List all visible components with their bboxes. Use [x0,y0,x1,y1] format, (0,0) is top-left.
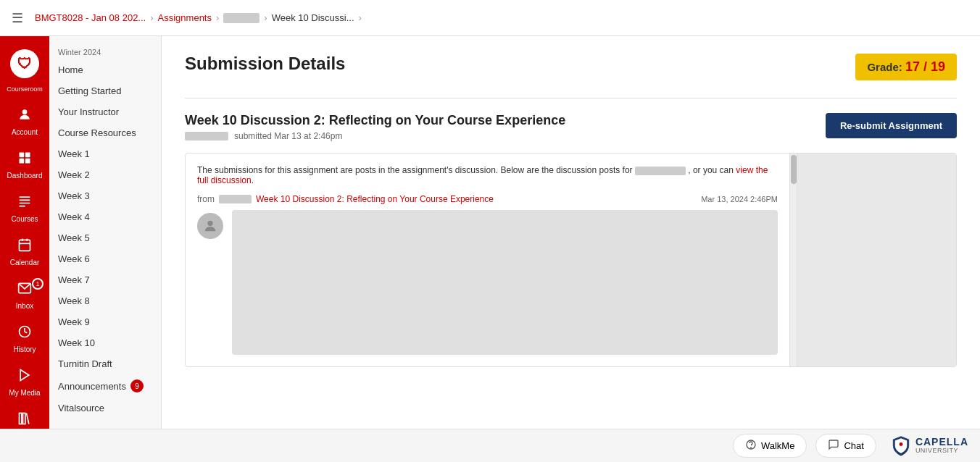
nav-account[interactable]: Account [0,100,49,143]
sidebar-item-turnitin-draft[interactable]: Turnitin Draft [49,353,161,374]
submission-header: Submission Details Grade: 17 / 19 [185,54,957,80]
chat-button[interactable]: Chat [815,434,876,458]
discussion-header-row: Week 10 Discussion 2: Reflecting on Your… [185,113,957,153]
sidebar-item-your-instructor[interactable]: Your Instructor [49,101,161,122]
grade-box: Grade: 17 / 19 [855,54,957,80]
svg-rect-3 [20,159,25,164]
submitted-text: submitted Mar 13 at 2:46pm [234,131,342,141]
nav-dashboard[interactable]: Dashboard [0,143,49,187]
nav-dashboard-label: Dashboard [7,172,43,180]
discussion-right-panel [797,154,956,366]
nav-calendar-label: Calendar [10,259,40,266]
hamburger-menu[interactable]: ☰ [12,10,23,26]
content-area: Submission Details Grade: 17 / 19 Week 1… [162,36,980,429]
nav-account-label: Account [12,128,38,136]
svg-rect-7 [20,203,30,204]
svg-rect-9 [20,240,30,251]
sidebar-item-week5[interactable]: Week 5 [49,227,161,248]
discussion-info-blurred [635,167,686,175]
grade-value: 17 / 19 [905,59,945,74]
walkme-button[interactable]: WalkMe [733,434,807,458]
calendar-icon [17,238,32,256]
breadcrumb-sep-3: › [264,12,267,23]
library-icon [17,411,32,429]
bottom-bar: WalkMe Chat CAPELLA UNIVERSITY [0,429,980,462]
discussion-box: The submissions for this assignment are … [185,153,957,367]
discussion-section: Week 10 Discussion 2: Reflecting on Your… [185,98,957,367]
discussion-info-group: Week 10 Discussion 2: Reflecting on Your… [185,113,565,153]
sidebar-item-vitalsource[interactable]: Vitalsource [49,398,161,419]
courseroom-shield: 🛡 [10,49,39,78]
breadcrumb-assignments[interactable]: Assignments [158,12,212,23]
nav-courses-label: Courses [11,215,38,223]
breadcrumb-current: Week 10 Discussi... [272,12,354,23]
walkme-label: WalkMe [761,440,794,451]
sidebar-item-week10[interactable]: Week 10 [49,332,161,353]
resubmit-button[interactable]: Re-submit Assignment [826,113,957,138]
post-text-content [232,210,778,355]
nav-calendar[interactable]: Calendar [0,230,49,274]
nav-courseroom-logo[interactable]: 🛡 Courseroom [0,42,49,100]
svg-rect-5 [20,196,30,198]
svg-rect-17 [23,413,25,424]
post-date: Mar 13, 2024 2:46PM [701,195,778,203]
nav-history[interactable]: History [0,317,49,361]
nav-library[interactable]: Library [0,404,49,429]
svg-rect-6 [20,200,30,201]
breadcrumb: BMGT8028 - Jan 08 202... › Assignments ›… [35,12,362,23]
capella-shield-icon [891,436,911,456]
discussion-info-text: The submissions for this assignment are … [197,165,778,185]
chat-label: Chat [844,440,863,451]
capella-name: CAPELLA [915,437,968,448]
nav-mymedia[interactable]: My Media [0,361,49,404]
page-title: Submission Details [185,54,345,74]
nav-courses[interactable]: Courses [0,187,49,230]
svg-point-22 [751,448,752,448]
sidebar-item-week8[interactable]: Week 8 [49,290,161,311]
breadcrumb-course[interactable]: BMGT8028 - Jan 08 202... [35,12,146,23]
chat-icon [828,439,839,453]
from-user-blurred [219,195,252,203]
meta-user-blurred [185,132,228,140]
capella-logo: CAPELLA UNIVERSITY [891,436,968,456]
breadcrumb-sep-2: › [216,12,219,23]
sidebar-item-home[interactable]: Home [49,59,161,80]
svg-point-20 [207,221,212,226]
inbox-icon [17,281,32,299]
svg-point-23 [899,442,902,446]
discussion-title: Week 10 Discussion 2: Reflecting on Your… [185,113,565,128]
breadcrumb-sep-1: › [150,12,153,23]
post-content-row [197,210,778,355]
sidebar-item-week3[interactable]: Week 3 [49,185,161,206]
discussion-post-link[interactable]: Week 10 Discussion 2: Reflecting on Your… [256,194,494,204]
account-icon [17,107,32,125]
courses-icon [17,194,32,212]
sidebar-item-week2[interactable]: Week 2 [49,164,161,185]
nav-mymedia-label: My Media [9,389,40,397]
inbox-badge: 1 [32,278,43,290]
breadcrumb-sep-4: › [359,12,362,23]
discussion-scrollbar[interactable] [789,154,797,366]
sidebar-item-week4[interactable]: Week 4 [49,206,161,227]
sidebar-item-week7[interactable]: Week 7 [49,269,161,290]
svg-rect-2 [25,153,30,158]
sidebar-item-announcements[interactable]: Announcements 9 [49,374,161,398]
discussion-main: The submissions for this assignment are … [186,154,789,366]
nav-inbox-label: Inbox [16,302,33,310]
courseroom-label: Courseroom [7,85,43,93]
svg-marker-15 [20,370,29,381]
nav-history-label: History [13,345,36,353]
sidebar-item-course-resources[interactable]: Course Resources [49,122,161,143]
main-layout: 🛡 Courseroom Account Dashboard Courses [0,36,980,429]
capella-text: CAPELLA UNIVERSITY [915,437,968,455]
svg-rect-16 [20,413,22,424]
grade-label: Grade: [867,61,902,73]
sidebar: Winter 2024 Home Getting Started Your In… [49,36,162,429]
sidebar-item-getting-started[interactable]: Getting Started [49,80,161,101]
sidebar-item-week9[interactable]: Week 9 [49,311,161,332]
sidebar-item-week1[interactable]: Week 1 [49,143,161,164]
discussion-meta: submitted Mar 13 at 2:46pm [185,131,565,141]
svg-point-0 [22,109,28,114]
nav-inbox-wrap: Inbox 1 [0,274,49,317]
sidebar-item-week6[interactable]: Week 6 [49,248,161,269]
